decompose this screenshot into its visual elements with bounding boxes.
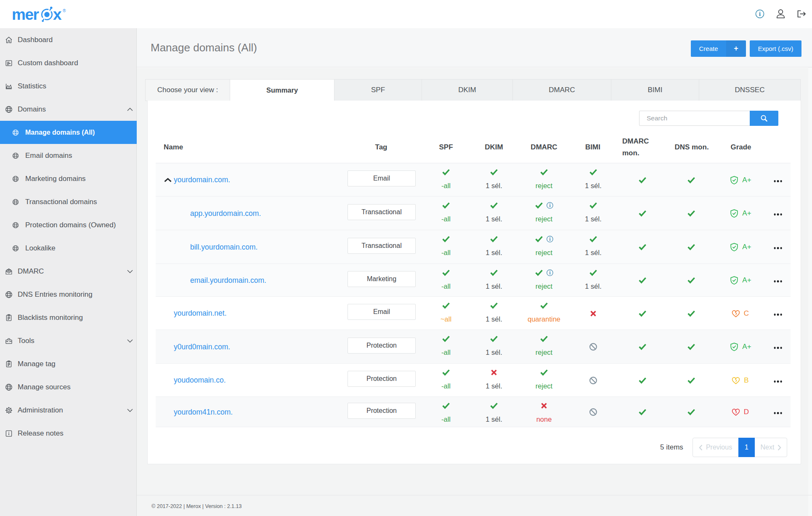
svg-text:i: i xyxy=(759,11,761,17)
svg-text:i: i xyxy=(549,270,551,275)
svg-text:i: i xyxy=(549,203,551,208)
svg-text:i: i xyxy=(549,237,551,242)
